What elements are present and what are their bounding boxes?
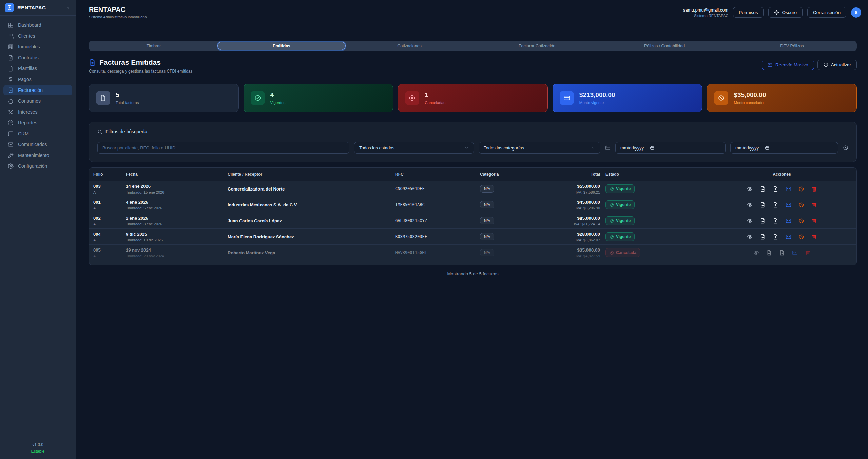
tab-facturar-cotizacion[interactable]: Facturar Cotización [473, 42, 601, 50]
stat-card-monto-cancelado: $35,000.00Monto cancelado [707, 84, 857, 112]
delete-invoice-button[interactable] [805, 250, 811, 256]
send-email-button[interactable] [786, 186, 791, 192]
send-email-button[interactable] [792, 250, 798, 256]
sidebar-item-facturacion[interactable]: Facturación [3, 85, 72, 95]
cancel-invoice-button[interactable] [798, 234, 804, 240]
main-area: RENTAPAC Sistema Administrativo Inmobili… [76, 0, 868, 459]
sun-icon [774, 10, 779, 15]
send-email-button[interactable] [786, 234, 791, 240]
cliente-cell: Juan Carlos García López [228, 218, 395, 223]
x-circle-icon [610, 251, 614, 255]
tab-emitidas[interactable]: Emitidas [217, 42, 346, 50]
sidebar-item-clientes[interactable]: Clientes [3, 31, 72, 41]
view-invoice-button[interactable] [753, 250, 759, 256]
column-header: Acciones [707, 172, 856, 177]
fecha-cell: 4 ene 2026Timbrado: 5 ene 2026 [126, 200, 228, 210]
sidebar-item-mantenimiento[interactable]: Mantenimiento [3, 150, 72, 160]
sidebar-item-label: Consumos [18, 98, 41, 104]
sidebar-item-intereses[interactable]: Intereses [3, 107, 72, 117]
sidebar-item-crm[interactable]: CRM [3, 128, 72, 139]
eye-icon [747, 218, 753, 224]
status-badge: Vigente [605, 216, 635, 225]
cancel-invoice-button[interactable] [798, 202, 804, 208]
date-to-input[interactable]: mm/dd/yyyy [730, 142, 838, 154]
download-xml-button[interactable] [779, 250, 785, 256]
chevron-down-icon [591, 146, 595, 150]
download-pdf-button[interactable] [760, 218, 766, 224]
permissions-button[interactable]: Permisos [733, 7, 764, 18]
clear-filters-icon[interactable] [843, 145, 848, 151]
column-header: Categoría [480, 172, 541, 177]
categoria-cell: N/A [480, 233, 541, 240]
invoice-row-001: 001A4 ene 2026Timbrado: 5 ene 2026Indust… [89, 197, 856, 213]
download-xml-button[interactable] [773, 202, 778, 208]
sidebar-collapse-button[interactable] [66, 5, 71, 10]
download-pdf-button[interactable] [760, 202, 766, 208]
download-xml-button[interactable] [773, 186, 778, 192]
sidebar-item-configuracion[interactable]: Configuración [3, 161, 72, 171]
download-pdf-button[interactable] [760, 234, 766, 240]
tab-label: Facturar Cotización [519, 44, 555, 48]
download-xml-button[interactable] [773, 218, 778, 224]
filters-card: Filtros de búsqueda Todos los estados To… [89, 122, 857, 162]
cancel-invoice-button[interactable] [798, 186, 804, 192]
trash-icon [811, 186, 817, 192]
droplet-icon [8, 98, 14, 104]
sidebar-item-label: Facturación [18, 87, 43, 93]
sidebar-item-label: Inmuebles [18, 44, 40, 49]
delete-invoice-button[interactable] [811, 218, 817, 224]
view-invoice-button[interactable] [747, 234, 753, 240]
view-invoice-button[interactable] [747, 218, 753, 224]
tab-timbrar[interactable]: Timbrar [90, 42, 217, 50]
fecha-cell: 14 ene 2026Timbrado: 15 ene 2026 [126, 184, 228, 194]
sidebar-item-dashboard[interactable]: Dashboard [3, 20, 72, 30]
ban-icon [714, 91, 728, 105]
tab-dev-polizas[interactable]: DEV Pólizas [728, 42, 856, 50]
sidebar-item-pagos[interactable]: Pagos [3, 74, 72, 84]
search-input[interactable] [97, 142, 349, 154]
delete-invoice-button[interactable] [811, 202, 817, 208]
download-pdf-button[interactable] [766, 250, 772, 256]
sidebar-item-reportes[interactable]: Reportes [3, 118, 72, 128]
categoria-cell: N/A [480, 217, 541, 224]
user-avatar[interactable]: S [851, 7, 861, 18]
cancel-invoice-button[interactable] [798, 218, 804, 224]
status-badge: Cancelada [605, 248, 640, 257]
status-select[interactable]: Todos los estados [354, 142, 474, 154]
view-invoice-button[interactable] [747, 186, 753, 192]
sidebar-item-comunicados[interactable]: Comunicados [3, 139, 72, 149]
stat-card-vigentes: 4Vigentes [244, 84, 393, 112]
stat-value: 5 [116, 91, 139, 99]
category-select[interactable]: Todas las categorías [479, 142, 600, 154]
date-from-input[interactable]: mm/dd/yyyy [615, 142, 726, 154]
download-pdf-button[interactable] [760, 186, 766, 192]
theme-toggle-button[interactable]: Oscuro [768, 7, 803, 18]
send-email-button[interactable] [786, 218, 791, 224]
column-header: Folio [93, 172, 126, 177]
download-xml-button[interactable] [773, 234, 778, 240]
mail-icon [786, 202, 791, 208]
tab-label: Cotizaciones [397, 44, 422, 48]
tab-cotizaciones[interactable]: Cotizaciones [346, 42, 473, 50]
refresh-button[interactable]: Actualizar [817, 60, 857, 70]
mail-icon [786, 186, 791, 192]
delete-invoice-button[interactable] [811, 234, 817, 240]
sidebar-item-inmuebles[interactable]: Inmuebles [3, 42, 72, 52]
delete-invoice-button[interactable] [811, 186, 817, 192]
table-header: FolioFechaCliente / ReceptorRFCCategoría… [89, 168, 856, 181]
sidebar-item-label: Configuración [18, 163, 47, 169]
sidebar-item-contratos[interactable]: Contratos [3, 53, 72, 63]
actions-cell [707, 186, 856, 192]
bulk-resend-button[interactable]: Reenvío Masivo [762, 60, 814, 70]
tab-polizas-contabilidad[interactable]: Pólizas / Contabilidad [601, 42, 728, 50]
sidebar-item-label: Comunicados [18, 142, 47, 147]
sidebar-item-consumos[interactable]: Consumos [3, 96, 72, 106]
check-circle-icon [610, 235, 614, 239]
logout-button[interactable]: Cerrar sesión [807, 7, 846, 18]
invoice-row-003: 003A14 ene 2026Timbrado: 15 ene 2026Come… [89, 181, 856, 197]
sidebar-item-plantillas[interactable]: Plantillas [3, 63, 72, 74]
send-email-button[interactable] [786, 202, 791, 208]
top-bar-right: samu.pmu@gmail.com Sistema RENTAPAC Perm… [683, 7, 861, 18]
invoice-doc-icon [89, 59, 96, 66]
view-invoice-button[interactable] [747, 202, 753, 208]
